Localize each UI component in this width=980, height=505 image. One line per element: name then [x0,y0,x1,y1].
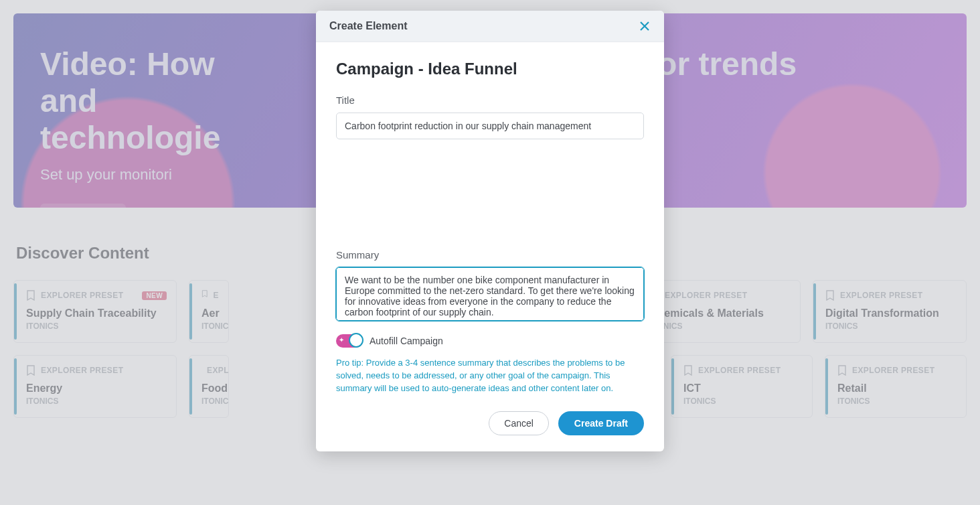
create-draft-button[interactable]: Create Draft [558,411,644,435]
modal-body: Campaign - Idea Funnel Title Summary ✦ A… [316,42,664,451]
title-field-label: Title [336,94,644,106]
modal-footer: Cancel Create Draft [336,411,644,435]
modal-header: Create Element [316,11,664,42]
autofill-toggle[interactable]: ✦ [336,334,363,348]
create-element-modal: Create Element Campaign - Idea Funnel Ti… [316,11,664,451]
modal-header-title: Create Element [329,20,408,32]
protip-text: Pro tip: Provide a 3-4 sentence summary … [336,357,644,395]
summary-textarea[interactable] [336,267,644,321]
modal-title: Campaign - Idea Funnel [336,60,644,78]
autofill-label: Autofill Campaign [370,336,443,346]
close-icon[interactable] [639,20,651,32]
sparkle-icon: ✦ [339,336,344,344]
autofill-row: ✦ Autofill Campaign [336,334,644,348]
cancel-button[interactable]: Cancel [489,411,549,435]
summary-field-label: Summary [336,249,644,261]
title-input[interactable] [336,113,644,139]
